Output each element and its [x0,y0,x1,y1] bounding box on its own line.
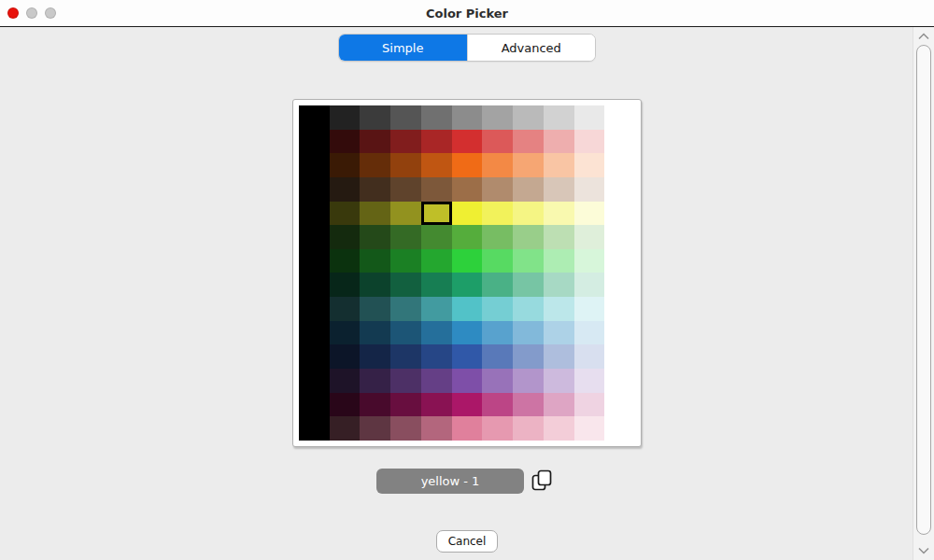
swatch-green-0[interactable] [299,249,330,273]
swatch-gray-10[interactable] [604,105,635,130]
swatch-orange-8[interactable] [544,153,574,177]
swatch-orange-1[interactable] [330,153,361,177]
swatch-blue-9[interactable] [574,321,605,345]
swatch-blue-5[interactable] [452,321,483,345]
swatch-forest-green-6[interactable] [482,225,513,249]
swatch-orange-5[interactable] [452,153,483,177]
swatch-sea-green-0[interactable] [299,273,330,297]
swatch-red-3[interactable] [390,130,421,154]
swatch-orange-7[interactable] [513,153,544,177]
swatch-rose-1[interactable] [330,416,361,441]
swatch-rose-4[interactable] [421,416,452,441]
swatch-yellow-4[interactable] [421,202,452,226]
swatch-cyan-7[interactable] [513,297,544,321]
swatch-brown-6[interactable] [482,177,513,202]
swatch-yellow-10[interactable] [604,202,635,226]
swatch-sea-green-10[interactable] [604,273,635,297]
cancel-button[interactable]: Cancel [436,530,498,553]
swatch-purple-1[interactable] [330,369,361,393]
swatch-blue-6[interactable] [482,321,513,345]
swatch-gray-5[interactable] [452,105,483,130]
swatch-yellow-8[interactable] [544,202,574,226]
swatch-blue-7[interactable] [513,321,544,345]
swatch-sea-green-1[interactable] [330,273,361,297]
swatch-cyan-9[interactable] [574,297,605,321]
swatch-cyan-4[interactable] [421,297,452,321]
swatch-green-7[interactable] [513,249,544,273]
swatch-brown-10[interactable] [604,177,635,202]
swatch-sea-green-9[interactable] [574,273,605,297]
swatch-forest-green-5[interactable] [452,225,483,249]
swatch-magenta-6[interactable] [482,393,513,417]
swatch-yellow-2[interactable] [360,202,390,226]
tab-advanced[interactable]: Advanced [467,35,596,61]
swatch-gray-1[interactable] [330,105,361,130]
swatch-red-8[interactable] [544,130,574,154]
swatch-magenta-2[interactable] [360,393,390,417]
swatch-blue-1[interactable] [330,321,361,345]
swatch-blue-4[interactable] [421,321,452,345]
vertical-scrollbar[interactable] [913,27,934,560]
swatch-brown-5[interactable] [452,177,483,202]
swatch-purple-6[interactable] [482,369,513,393]
chevron-up-icon[interactable] [913,30,934,43]
swatch-indigo-0[interactable] [299,344,330,369]
swatch-gray-4[interactable] [421,105,452,130]
swatch-sea-green-2[interactable] [360,273,390,297]
swatch-forest-green-7[interactable] [513,225,544,249]
swatch-blue-10[interactable] [604,321,635,345]
swatch-blue-8[interactable] [544,321,574,345]
swatch-red-6[interactable] [482,130,513,154]
swatch-forest-green-10[interactable] [604,225,635,249]
swatch-rose-2[interactable] [360,416,390,441]
swatch-green-5[interactable] [452,249,483,273]
swatch-indigo-7[interactable] [513,344,544,369]
swatch-cyan-8[interactable] [544,297,574,321]
swatch-cyan-5[interactable] [452,297,483,321]
swatch-rose-5[interactable] [452,416,483,441]
swatch-red-0[interactable] [299,130,330,154]
swatch-orange-2[interactable] [360,153,390,177]
chevron-down-icon[interactable] [913,544,934,557]
swatch-cyan-3[interactable] [390,297,421,321]
swatch-purple-7[interactable] [513,369,544,393]
swatch-brown-2[interactable] [360,177,390,202]
swatch-magenta-10[interactable] [604,393,635,417]
swatch-rose-8[interactable] [544,416,574,441]
swatch-green-1[interactable] [330,249,361,273]
copy-button[interactable] [527,467,557,497]
swatch-indigo-9[interactable] [574,344,605,369]
swatch-purple-0[interactable] [299,369,330,393]
swatch-magenta-9[interactable] [574,393,605,417]
swatch-indigo-4[interactable] [421,344,452,369]
swatch-red-4[interactable] [421,130,452,154]
swatch-gray-3[interactable] [390,105,421,130]
swatch-orange-4[interactable] [421,153,452,177]
swatch-purple-5[interactable] [452,369,483,393]
swatch-cyan-0[interactable] [299,297,330,321]
swatch-red-9[interactable] [574,130,605,154]
swatch-forest-green-2[interactable] [360,225,390,249]
swatch-magenta-4[interactable] [421,393,452,417]
swatch-purple-4[interactable] [421,369,452,393]
swatch-forest-green-9[interactable] [574,225,605,249]
swatch-blue-0[interactable] [299,321,330,345]
swatch-brown-4[interactable] [421,177,452,202]
swatch-green-3[interactable] [390,249,421,273]
swatch-orange-6[interactable] [482,153,513,177]
swatch-red-7[interactable] [513,130,544,154]
swatch-green-9[interactable] [574,249,605,273]
swatch-yellow-5[interactable] [452,202,483,226]
swatch-forest-green-8[interactable] [544,225,574,249]
swatch-gray-0[interactable] [299,105,330,130]
tab-simple[interactable]: Simple [339,35,467,61]
swatch-rose-9[interactable] [574,416,605,441]
swatch-rose-3[interactable] [390,416,421,441]
swatch-cyan-2[interactable] [360,297,390,321]
swatch-gray-2[interactable] [360,105,390,130]
swatch-magenta-3[interactable] [390,393,421,417]
swatch-magenta-1[interactable] [330,393,361,417]
swatch-forest-green-4[interactable] [421,225,452,249]
swatch-brown-7[interactable] [513,177,544,202]
swatch-magenta-8[interactable] [544,393,574,417]
